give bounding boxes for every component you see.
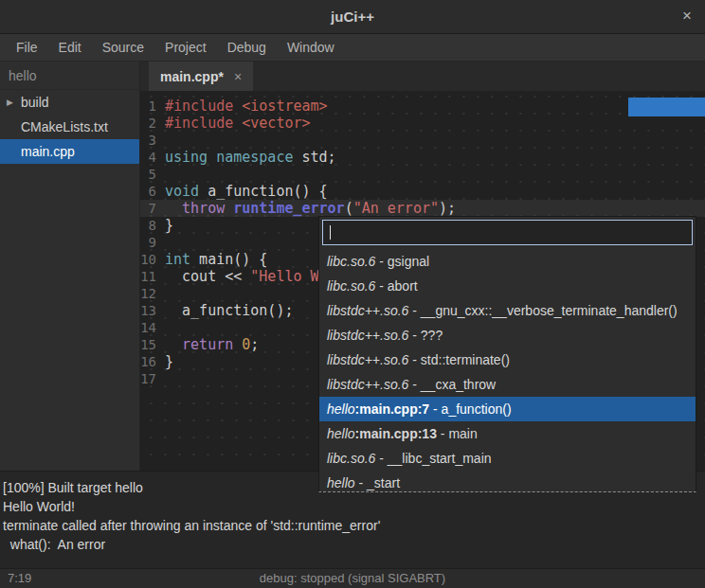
backtrace-popup: libc.so.6 - gsignallibc.so.6 - abortlibs… [318,216,696,492]
code-text: return 0; [160,336,259,353]
backtrace-search-input[interactable] [322,220,693,245]
backtrace-list: libc.so.6 - gsignallibc.so.6 - abortlibs… [319,249,696,492]
code-line[interactable]: 1#include <iostream> [140,98,705,115]
code-line[interactable]: 2#include <vector> [140,115,705,132]
code-text: a_function(); [160,302,293,319]
code-text [160,132,165,149]
file-tree: ▶buildCMakeLists.txtmain.cpp [0,90,139,164]
line-number: 11 [140,268,160,285]
expander-icon: ▶ [7,98,21,107]
line-number: 2 [140,115,160,132]
line-number: 12 [140,285,160,302]
backtrace-search-wrap [322,220,693,245]
line-number: 8 [140,217,160,234]
tab-bar: main.cpp* × [140,62,705,92]
output-line: what(): An error [3,535,701,554]
project-name-label: hello [0,62,139,90]
line-number: 3 [140,132,160,149]
output-line: Hello World! [3,497,701,516]
code-text: #include <vector> [160,115,311,132]
title-bar: juCi++ × [0,0,705,34]
text-caret [330,225,331,240]
code-text: int main() { [160,251,267,268]
menu-item-file[interactable]: File [6,34,48,62]
backtrace-item[interactable]: libc.so.6 - gsignal [319,249,696,274]
window-close-button[interactable]: × [682,0,692,34]
code-text: using namespace std; [160,149,336,166]
code-text: } [160,353,173,370]
project-sidebar: hello ▶buildCMakeLists.txtmain.cpp [0,62,140,471]
menu-item-edit[interactable]: Edit [48,34,92,62]
line-number: 14 [140,319,160,336]
backtrace-item[interactable]: libstdc++.so.6 - ??? [319,323,696,347]
line-number: 15 [140,336,160,353]
code-line[interactable]: 5 [140,166,705,183]
code-line[interactable]: 6void a_function() { [140,183,705,200]
line-number: 6 [140,183,160,200]
backtrace-item[interactable]: libstdc++.so.6 - __gnu_cxx::__verbose_te… [319,298,696,323]
code-line[interactable]: 4using namespace std; [140,149,705,166]
code-line[interactable]: 7 throw runtime_error("An error"); [140,200,705,217]
line-number: 17 [140,370,160,387]
tab-main-cpp[interactable]: main.cpp* × [149,62,253,91]
code-text: } [160,217,173,234]
backtrace-item[interactable]: hello - _start [319,471,696,492]
tree-item-label: main.cpp [21,144,75,159]
code-text [160,319,165,336]
line-number: 13 [140,302,160,319]
line-number: 9 [140,234,160,251]
status-bar: 7:19 debug: stopped (signal SIGABRT) [0,568,705,588]
tree-item-label: build [21,95,49,110]
code-text [160,370,165,387]
line-number: 5 [140,166,160,183]
backtrace-item[interactable]: libc.so.6 - __libc_start_main [319,446,696,471]
menu-item-window[interactable]: Window [277,34,345,62]
menu-item-source[interactable]: Source [92,34,154,62]
debug-status: debug: stopped (signal SIGABRT) [0,569,705,588]
line-number: 7 [140,200,160,217]
menu-bar: FileEditSourceProjectDebugWindow [0,34,705,62]
scrollbar-thumb[interactable] [628,98,705,116]
code-text [160,285,165,302]
code-text: throw runtime_error("An error"); [160,200,456,217]
backtrace-item[interactable]: libstdc++.so.6 - std::terminate() [319,347,696,372]
line-number: 10 [140,251,160,268]
backtrace-item[interactable]: libstdc++.so.6 - __cxa_throw [319,372,696,397]
output-line: terminate called after throwing an insta… [3,516,701,535]
code-line[interactable]: 3 [140,132,705,149]
line-number: 4 [140,149,160,166]
backtrace-item[interactable]: libc.so.6 - abort [319,274,696,298]
line-number: 1 [140,98,160,115]
backtrace-item[interactable]: hello:main.cpp:13 - main [319,421,696,446]
code-text [160,166,165,183]
code-text: cout << "Hello W [160,268,319,285]
code-text: #include <iostream> [160,98,328,115]
code-text: void a_function() { [160,183,328,200]
tab-label: main.cpp* [160,69,224,84]
tree-item-main-cpp[interactable]: main.cpp [0,139,139,164]
tree-item-cmakelists-txt[interactable]: CMakeLists.txt [0,115,139,139]
tab-close-icon[interactable]: × [234,69,242,84]
code-text [160,234,165,251]
menu-item-debug[interactable]: Debug [217,34,277,62]
tree-item-build[interactable]: ▶build [0,90,139,115]
window-title: juCi++ [0,0,705,34]
tree-item-label: CMakeLists.txt [21,119,108,134]
line-number: 16 [140,353,160,370]
menu-item-project[interactable]: Project [154,34,217,62]
backtrace-item[interactable]: hello:main.cpp:7 - a_function() [319,397,696,421]
